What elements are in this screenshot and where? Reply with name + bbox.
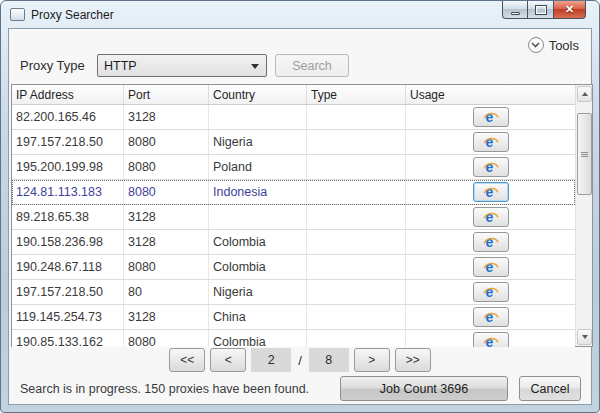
usage-button[interactable]: e (473, 257, 509, 277)
cell-type (307, 255, 406, 279)
thumb-grip (581, 154, 588, 155)
search-button[interactable]: Search (275, 54, 349, 77)
svg-text:e: e (485, 209, 493, 225)
next-page-button[interactable]: > (354, 348, 390, 372)
vertical-scrollbar[interactable] (575, 85, 592, 346)
usage-button[interactable]: e (473, 232, 509, 252)
column-header-ip[interactable]: IP Address (12, 85, 124, 104)
scroll-down-button[interactable] (577, 329, 592, 345)
cell-port: 8080 (124, 330, 209, 347)
cell-port: 8080 (124, 255, 209, 279)
svg-text:e: e (485, 309, 493, 325)
usage-button[interactable]: e (473, 132, 509, 152)
internet-explorer-icon: e (483, 209, 499, 225)
table-row[interactable]: 195.200.199.98 8080 Poland e (12, 155, 575, 180)
cell-country (209, 105, 307, 129)
cell-ip: 89.218.65.38 (12, 205, 124, 229)
usage-button[interactable]: e (473, 107, 509, 127)
internet-explorer-icon: e (483, 334, 499, 347)
prev-page-button[interactable]: < (210, 348, 246, 372)
cell-ip: 124.81.113.183 (12, 180, 124, 204)
cell-type (307, 280, 406, 304)
cell-usage: e (406, 130, 575, 154)
status-bar: Search is in progress. 150 proxies have … (20, 376, 581, 401)
minimize-icon (511, 12, 520, 15)
table-row[interactable]: 89.218.65.38 3128 e (12, 205, 575, 230)
titlebar: Proxy Searcher ✕ (1, 1, 599, 28)
table-header: IP Address Port Country Type Usage (12, 85, 575, 105)
current-page-box[interactable]: 2 (251, 348, 291, 372)
cell-usage: e (406, 180, 575, 204)
cell-ip: 190.158.236.98 (12, 230, 124, 254)
cell-usage: e (406, 230, 575, 254)
cell-usage: e (406, 155, 575, 179)
cell-port: 3128 (124, 205, 209, 229)
job-count-button[interactable]: Job Count 3696 (340, 376, 508, 401)
proxy-type-value: HTTP (104, 59, 137, 73)
cell-ip: 190.85.133.162 (12, 330, 124, 347)
cell-ip: 82.200.165.46 (12, 105, 124, 129)
cell-usage: e (406, 280, 575, 304)
cell-type (307, 230, 406, 254)
cell-port: 3128 (124, 305, 209, 329)
last-page-button[interactable]: >> (395, 348, 431, 372)
table-row[interactable]: 119.145.254.73 3128 China e (12, 305, 575, 330)
close-button[interactable]: ✕ (553, 1, 586, 19)
cell-usage: e (406, 305, 575, 329)
internet-explorer-icon: e (483, 109, 499, 125)
minimize-button[interactable] (502, 1, 528, 19)
table-row[interactable]: 190.85.133.162 8080 Colombia e (12, 330, 575, 347)
thumb-grip (581, 152, 588, 153)
table-row[interactable]: 124.81.113.183 8080 Indonesia e (12, 180, 575, 205)
page-separator: / (296, 353, 304, 368)
svg-text:e: e (485, 284, 493, 300)
maximize-icon (536, 6, 546, 14)
cell-usage: e (406, 255, 575, 279)
first-page-button[interactable]: << (169, 348, 205, 372)
column-header-type[interactable]: Type (307, 85, 406, 104)
cell-type (307, 180, 406, 204)
tools-button[interactable]: Tools (528, 37, 579, 53)
cell-type (307, 105, 406, 129)
table-row[interactable]: 190.158.236.98 3128 Colombia e (12, 230, 575, 255)
proxy-type-combobox[interactable]: HTTP (97, 54, 267, 77)
column-header-port[interactable]: Port (124, 85, 209, 104)
cell-port: 3128 (124, 230, 209, 254)
cell-ip: 197.157.218.50 (12, 280, 124, 304)
cell-usage: e (406, 205, 575, 229)
internet-explorer-icon: e (483, 184, 499, 200)
pagination: << < 2 / 8 > >> (9, 348, 591, 372)
combobox-arrow-icon (251, 64, 259, 69)
cell-country: Colombia (209, 330, 307, 347)
status-text: Search is in progress. 150 proxies have … (20, 382, 340, 396)
usage-button[interactable]: e (473, 182, 509, 202)
cell-country: Indonesia (209, 180, 307, 204)
search-row: Proxy Type HTTP Search (20, 54, 349, 77)
cell-usage: e (406, 105, 575, 129)
usage-button[interactable]: e (473, 307, 509, 327)
column-header-country[interactable]: Country (209, 85, 307, 104)
table-row[interactable]: 190.248.67.118 8080 Colombia e (12, 255, 575, 280)
internet-explorer-icon: e (483, 309, 499, 325)
usage-button[interactable]: e (473, 157, 509, 177)
svg-text:e: e (485, 259, 493, 275)
scrollbar-thumb[interactable] (577, 113, 592, 195)
maximize-button[interactable] (528, 1, 553, 19)
cancel-button[interactable]: Cancel (519, 376, 581, 401)
column-header-usage[interactable]: Usage (406, 85, 575, 104)
table-row[interactable]: 197.157.218.50 8080 Nigeria e (12, 130, 575, 155)
table-row[interactable]: 197.157.218.50 80 Nigeria e (12, 280, 575, 305)
table-row[interactable]: 82.200.165.46 3128 e (12, 105, 575, 130)
cell-ip: 195.200.199.98 (12, 155, 124, 179)
usage-button[interactable]: e (473, 282, 509, 302)
cell-country: Colombia (209, 230, 307, 254)
usage-button[interactable]: e (473, 207, 509, 227)
svg-text:e: e (485, 134, 493, 150)
cell-port: 8080 (124, 155, 209, 179)
usage-button[interactable]: e (473, 332, 509, 347)
tools-label: Tools (549, 38, 579, 53)
svg-text:e: e (485, 109, 493, 125)
cell-country: Poland (209, 155, 307, 179)
scroll-up-button[interactable] (577, 86, 592, 102)
cell-usage: e (406, 330, 575, 347)
